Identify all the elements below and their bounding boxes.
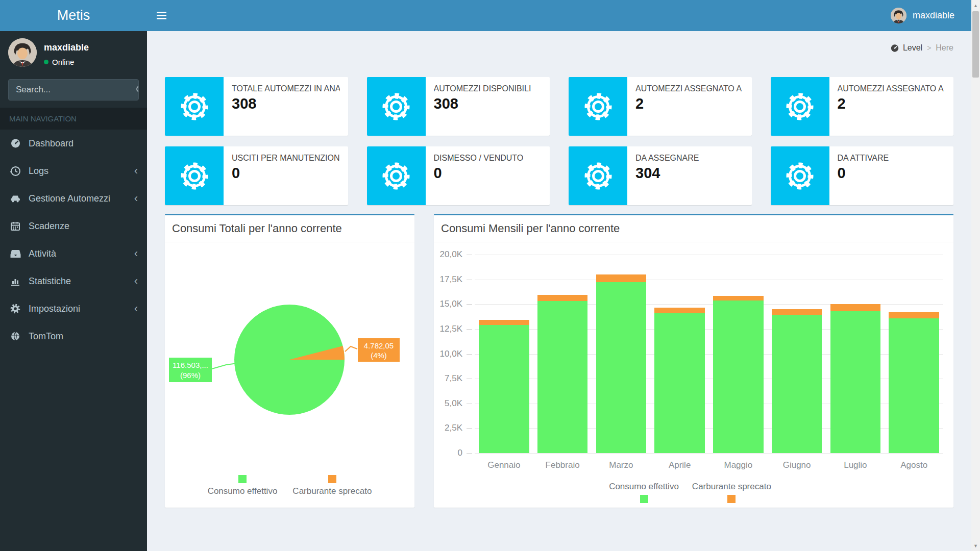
scroll-down-arrow[interactable]: ▼: [971, 541, 980, 550]
bar-chart-box: Consumi Mensili per l'anno corrente 0 2,…: [434, 214, 953, 508]
search-icon: [136, 85, 139, 94]
pie-label-green: 116.503,... (96%): [169, 358, 212, 382]
chevron-left-icon: ‹: [134, 193, 138, 204]
gear-icon: [367, 77, 426, 136]
bar-column-febbraio[interactable]: [533, 255, 592, 453]
info-box-value: 0: [434, 165, 524, 182]
y-axis-label: 10,0K: [440, 349, 462, 359]
bar-segment-sprecato[interactable]: [830, 304, 881, 311]
pie-chart-box: Consumi Totali per l'anno corrente 116.5…: [165, 214, 414, 508]
bar-segment-effettivo[interactable]: [654, 313, 705, 453]
chevron-left-icon: ‹: [134, 248, 138, 259]
sidebar-item-gestione-automezzi[interactable]: Gestione Automezzi ‹: [0, 185, 147, 212]
bar-chart: 0 2,5K 5,0K 7,5K 10,0K 12,5K 15,0K: [434, 242, 953, 503]
bar-column-luglio[interactable]: [826, 255, 885, 453]
x-axis-label: Luglio: [826, 460, 885, 470]
breadcrumb-level[interactable]: Level: [890, 43, 922, 53]
y-axis-label: 5,0K: [445, 398, 462, 409]
chevron-left-icon: ‹: [134, 276, 138, 287]
bar-segment-effettivo[interactable]: [596, 282, 647, 454]
bar-segment-effettivo[interactable]: [830, 311, 881, 453]
sidebar-item-logs[interactable]: Logs ‹: [0, 157, 147, 185]
y-axis-label: 15,0K: [440, 299, 462, 309]
info-box-value: 308: [232, 95, 340, 112]
bar-column-giugno[interactable]: [768, 255, 826, 453]
logs-icon: [9, 165, 21, 177]
sidebar-menu: Dashboard Logs ‹ Gestione Automezzi ‹ Sc…: [0, 130, 147, 350]
sidebar-item-impostazioni[interactable]: Impostazioni ‹: [0, 295, 147, 322]
user-name: maxdiable: [913, 10, 954, 21]
bar-legend: Consumo effettivo Carburante sprecato: [434, 482, 946, 503]
y-axis-label: 17,5K: [440, 274, 462, 285]
x-axis-label: Gennaio: [475, 460, 533, 470]
sidebar-item-tomtom[interactable]: TomTom: [0, 322, 147, 350]
bar-column-maggio[interactable]: [709, 255, 768, 453]
bar-segment-sprecato[interactable]: [772, 309, 822, 315]
bar-segment-effettivo[interactable]: [713, 300, 764, 453]
info-box-value: 2: [838, 95, 946, 112]
bar-column-marzo[interactable]: [592, 255, 651, 453]
calendar-icon: [9, 220, 21, 232]
scrollbar-thumb[interactable]: [972, 11, 979, 78]
svg-text:(4%): (4%): [371, 351, 387, 360]
top-navbar: Metis maxdiable: [0, 0, 980, 31]
pie-label-orange: 4.782,05 (4%): [358, 338, 400, 362]
sidebar-search: [8, 79, 139, 101]
bar-segment-sprecato[interactable]: [889, 312, 939, 318]
bar-segment-sprecato[interactable]: [537, 295, 588, 302]
x-axis-label: Giugno: [768, 460, 826, 470]
sidebar-item-scadenze[interactable]: Scadenze: [0, 212, 147, 240]
hamburger-icon: [157, 12, 166, 19]
sidebar-item-statistiche[interactable]: Statistiche ‹: [0, 267, 147, 295]
sidebar-avatar: [8, 38, 37, 67]
x-axis-label: Aprile: [650, 460, 709, 470]
gear-icon: [771, 146, 829, 205]
sidebar-item-attivita[interactable]: Attività ‹: [0, 240, 147, 267]
gear-icon: [165, 146, 224, 205]
x-axis-label: Agosto: [885, 460, 943, 470]
main-content: Level > Here TOTALE AUTOMEZZI IN ANA... …: [147, 31, 971, 551]
nav-section-header: MAIN NAVIGATION: [0, 108, 147, 130]
globe-icon: [9, 331, 21, 342]
bar-column-agosto[interactable]: [885, 255, 943, 453]
search-input[interactable]: [9, 80, 136, 100]
chevron-left-icon: ‹: [134, 303, 138, 314]
sidebar-toggle-button[interactable]: [147, 0, 176, 31]
bar-segment-sprecato[interactable]: [596, 274, 647, 282]
breadcrumb: Level > Here: [890, 43, 953, 53]
bar-segment-effettivo[interactable]: [479, 325, 529, 453]
bar-segment-sprecato[interactable]: [713, 296, 764, 301]
page-scrollbar[interactable]: ▲ ▼: [971, 0, 980, 551]
bar-segment-sprecato[interactable]: [654, 308, 705, 313]
content-header: Level > Here: [165, 31, 953, 58]
info-box-value: 0: [838, 165, 889, 182]
svg-text:(96%): (96%): [180, 371, 201, 380]
user-avatar: [891, 8, 906, 23]
bar-segment-effettivo[interactable]: [537, 301, 588, 453]
y-axis-label: 7,5K: [445, 373, 462, 384]
gear-icon: [165, 77, 224, 136]
y-axis-label: 20,0K: [440, 249, 462, 260]
bar-segment-effettivo[interactable]: [772, 315, 822, 453]
sidebar: maxdiable Online MAIN NAVIGATION Dashboa…: [0, 31, 147, 551]
search-button[interactable]: [136, 80, 139, 100]
gauge-icon: [9, 138, 21, 149]
legend-item: Consumo effettivo: [609, 482, 679, 503]
breadcrumb-separator: >: [927, 44, 931, 52]
gear-icon: [367, 146, 426, 205]
bar-column-gennaio[interactable]: [475, 255, 533, 453]
bar-x-axis-labels: GennaioFebbraioMarzoAprileMaggioGiugnoLu…: [475, 460, 943, 470]
info-box-da-assegnare: DA ASSEGNARE 304: [569, 146, 752, 205]
info-box-totale-automezzi: TOTALE AUTOMEZZI IN ANA... 308: [165, 77, 348, 136]
bar-column-aprile[interactable]: [650, 255, 709, 453]
x-axis-label: Febbraio: [533, 460, 592, 470]
bar-segment-sprecato[interactable]: [479, 320, 529, 325]
info-box-usciti-manutenzione: USCITI PER MANUTENZIONE 0: [165, 146, 348, 205]
charts-row: Consumi Totali per l'anno corrente 116.5…: [165, 214, 953, 508]
bar-segment-effettivo[interactable]: [889, 318, 939, 454]
info-box-automezzi-disponibili: AUTOMEZZI DISPONIBILI 308: [367, 77, 550, 136]
sidebar-item-dashboard[interactable]: Dashboard: [0, 130, 147, 157]
scroll-up-arrow[interactable]: ▲: [971, 1, 980, 10]
brand-logo[interactable]: Metis: [0, 0, 147, 31]
user-menu[interactable]: maxdiable: [886, 0, 960, 31]
